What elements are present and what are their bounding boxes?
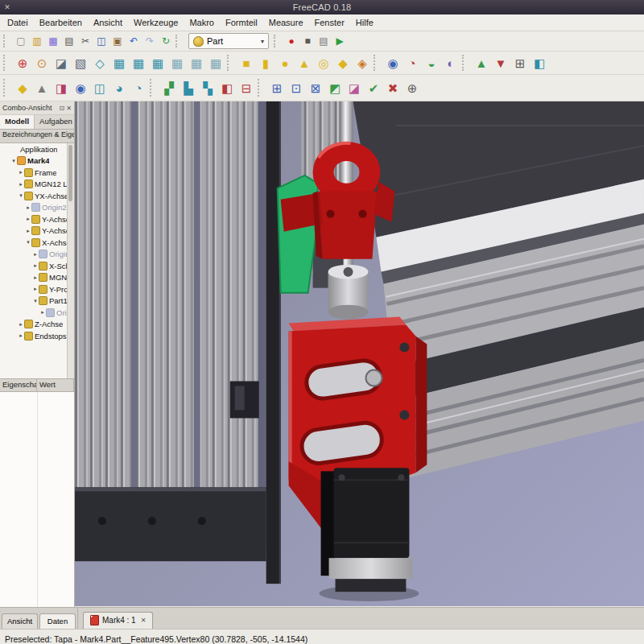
part-torus-icon[interactable]: ◎ <box>314 53 333 72</box>
mirror-icon[interactable]: ◧ <box>530 53 549 72</box>
undo-icon[interactable]: ↶ <box>126 33 142 49</box>
tree-item[interactable]: Applikation <box>0 143 74 155</box>
section-icon[interactable]: ◧ <box>217 78 237 97</box>
tree-item[interactable]: ▸ Origin220 <box>0 202 74 214</box>
sweep-icon[interactable]: ▚ <box>198 78 217 97</box>
tree-expander-icon[interactable]: ▸ <box>18 332 24 339</box>
property-view-tab[interactable]: Daten <box>39 613 76 629</box>
combo-tab[interactable]: Aufgaben <box>35 115 75 129</box>
tree-expander-icon[interactable]: ▾ <box>32 298 39 304</box>
tree-expander-icon[interactable]: ▸ <box>32 286 39 292</box>
toolbar-handle[interactable] <box>175 35 182 48</box>
close-panel-icon[interactable]: ✕ <box>66 105 72 112</box>
fit-all-icon[interactable]: ⊕ <box>13 53 32 72</box>
projection-on-surface-icon[interactable]: ◩ <box>325 78 345 97</box>
combo-tab[interactable]: Modell <box>0 115 35 129</box>
part-sphere-icon[interactable]: ● <box>275 53 295 72</box>
paste-icon[interactable]: ▣ <box>109 33 126 49</box>
tree-expander-icon[interactable]: ▸ <box>25 228 31 234</box>
tree-expander-icon[interactable]: ▸ <box>25 216 31 222</box>
menu-item[interactable]: Fenster <box>309 16 350 29</box>
menu-item[interactable]: Formteil <box>220 16 263 29</box>
cut-icon[interactable]: ✂ <box>77 33 93 49</box>
fit-selection-icon[interactable]: ⊙ <box>32 53 52 72</box>
part-cone-icon[interactable]: ▲ <box>295 53 314 72</box>
right-view-icon[interactable]: ▦ <box>148 53 167 72</box>
tree-item[interactable]: ▾ X-Achse <box>0 237 74 249</box>
tree-item[interactable]: ▸ Ori <box>0 307 74 319</box>
shape-from-mesh-icon[interactable]: ▲ <box>32 78 52 97</box>
macro-stop-icon[interactable]: ■ <box>299 33 316 49</box>
shape-builder-icon[interactable]: ◈ <box>353 53 372 72</box>
viewport-3d[interactable] <box>75 101 644 607</box>
float-panel-icon[interactable]: ⊡ <box>60 105 65 112</box>
endstop-clip[interactable] <box>230 382 259 419</box>
close-document-icon[interactable]: ✕ <box>141 617 147 624</box>
boolean-cut-icon[interactable]: ◔ <box>402 53 422 72</box>
ruled-surface-icon[interactable]: ▞ <box>159 78 179 97</box>
tree-expander-icon[interactable]: ▸ <box>32 251 39 258</box>
tree-expander-icon[interactable]: ▸ <box>25 204 31 211</box>
part-cylinder-icon[interactable]: ▮ <box>256 53 275 72</box>
print-icon[interactable]: ▤ <box>61 33 77 49</box>
bottom-view-icon[interactable]: ▦ <box>187 53 206 72</box>
menu-item[interactable]: Werkzeuge <box>128 16 184 29</box>
workbench-selector[interactable]: Part ▾ <box>188 33 269 49</box>
check-geometry-icon[interactable]: ✔ <box>364 78 383 97</box>
menu-item[interactable]: Datei <box>2 16 34 29</box>
frame-profiles-left[interactable] <box>75 101 266 551</box>
mirror-sketch-icon[interactable]: ◫ <box>90 78 109 97</box>
thickness-icon[interactable]: ⊠ <box>306 78 325 97</box>
tree-item[interactable]: ▸ Z-Achse <box>0 319 74 331</box>
menu-item[interactable]: Hilfe <box>350 16 379 29</box>
tree-expander-icon[interactable]: ▸ <box>32 275 39 281</box>
tree-item[interactable]: ▸ X-Schli <box>0 260 74 272</box>
toolbar-handle[interactable] <box>227 55 233 71</box>
toolbar-handle[interactable] <box>3 35 10 48</box>
tree-item[interactable]: ▾ Part15 <box>0 295 74 308</box>
boolean-section-icon[interactable]: ◐ <box>441 53 460 72</box>
tree-item[interactable]: ▸ MGN12 <box>0 272 74 284</box>
tree-expander-icon[interactable]: ▾ <box>18 192 24 199</box>
menu-item[interactable]: Bearbeiten <box>34 16 88 29</box>
boolean-intersection-icon[interactable]: ◒ <box>422 53 441 72</box>
tree-scrollbar-thumb[interactable] <box>68 145 72 201</box>
property-view-tab[interactable]: Ansicht <box>2 613 38 629</box>
primitives-dialog-icon[interactable]: ◆ <box>13 78 32 97</box>
tree-expander-icon[interactable]: ▸ <box>18 321 24 328</box>
toolbar-handle[interactable] <box>150 79 156 97</box>
defeaturing-icon[interactable]: ✖ <box>383 78 402 97</box>
export-icon[interactable]: ▼ <box>491 53 510 72</box>
textured-view-icon[interactable]: ▧ <box>71 53 90 72</box>
top-view-icon[interactable]: ▦ <box>129 53 148 72</box>
fillet-icon[interactable]: ◕ <box>109 78 129 97</box>
tree-item[interactable]: ▸ Y-Achse_R <box>0 225 74 237</box>
extrude-icon[interactable]: ◨ <box>52 78 71 97</box>
make-compound-icon[interactable]: ⊕ <box>402 78 422 97</box>
import-icon[interactable]: ▲ <box>472 53 491 72</box>
cross-sections-icon[interactable]: ⊟ <box>237 78 256 97</box>
tree-item[interactable]: ▸ Y-Profi <box>0 283 74 295</box>
part-primitives-icon[interactable]: ◆ <box>333 53 353 72</box>
rear-view-icon[interactable]: ▦ <box>167 53 187 72</box>
tree-item[interactable]: ▸ Frame <box>0 167 74 179</box>
macro-record-icon[interactable]: ● <box>283 33 299 49</box>
toolbar-handle[interactable] <box>258 79 264 97</box>
open-document-icon[interactable]: ▥ <box>29 33 45 49</box>
compound-icon[interactable]: ⊞ <box>510 53 530 72</box>
tree-scrollbar[interactable] <box>67 143 74 378</box>
menu-item[interactable]: Ansicht <box>88 16 128 29</box>
front-view-icon[interactable]: ▦ <box>109 53 129 72</box>
toolbar-handle[interactable] <box>462 55 469 71</box>
tree-expander-icon[interactable]: ▾ <box>10 158 17 164</box>
tree-item[interactable]: ▸ MGN12 Lager <box>0 179 74 191</box>
tree-expander-icon[interactable]: ▸ <box>32 262 39 269</box>
menu-item[interactable]: Measure <box>263 16 309 29</box>
document-tab[interactable]: Mark4 : 1 ✕ <box>83 612 153 629</box>
toolbar-handle[interactable] <box>374 55 380 71</box>
tree-item[interactable]: ▸ Endstops <box>0 330 74 342</box>
offset-2d-icon[interactable]: ⊡ <box>287 78 306 97</box>
refresh-icon[interactable]: ↻ <box>158 33 174 49</box>
shaft-coupler[interactable] <box>328 265 369 320</box>
macro-edit-icon[interactable]: ▤ <box>316 33 332 49</box>
